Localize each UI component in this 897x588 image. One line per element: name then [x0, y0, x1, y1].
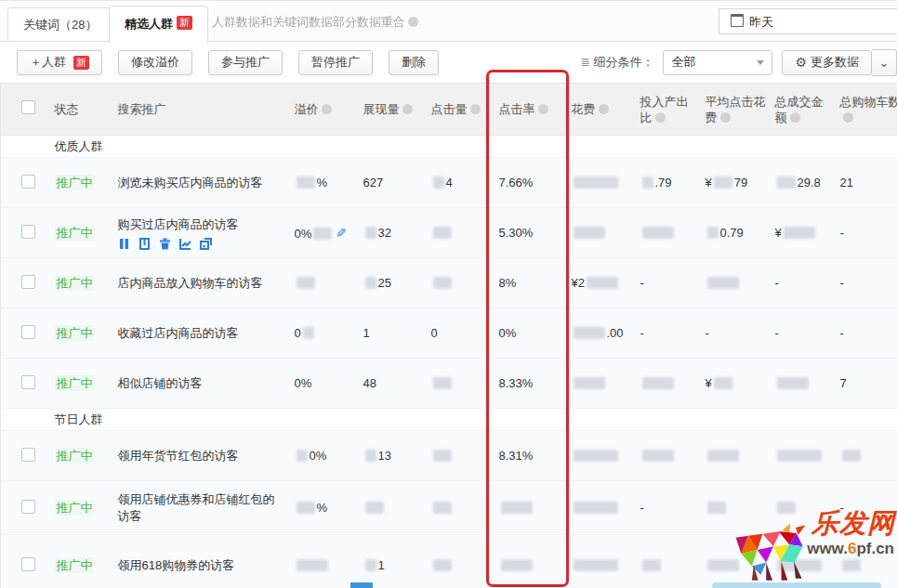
chart-icon[interactable] [179, 238, 191, 250]
cart-count-cell: - [833, 308, 897, 359]
cell-value: ¥2 [572, 276, 585, 290]
status-badge: 推广中 [55, 175, 95, 190]
row-checkbox[interactable] [21, 225, 35, 239]
filter-list-icon: ≣ [580, 56, 589, 69]
redacted-value [365, 559, 376, 571]
impressions-cell: 32 [356, 208, 424, 258]
redacted-value [574, 450, 618, 462]
date-range-button[interactable]: 昨天 [719, 8, 897, 34]
ctr-cell: 7.66% [492, 158, 564, 208]
audience-name: 领用店铺优惠券和店铺红包的访客 [118, 491, 285, 525]
row-checkbox[interactable] [21, 325, 35, 339]
select-all-checkbox[interactable] [21, 100, 35, 114]
group-label: 优质人群 [47, 136, 897, 158]
cell-value: 21 [840, 176, 853, 189]
header-avg-cost: 平均点击花费 [698, 84, 768, 136]
redacted-value [297, 450, 308, 462]
cell-value: % [317, 501, 328, 515]
cost-cell [564, 481, 633, 535]
cart-count-cell: 7 [833, 359, 897, 409]
cell-value: 7.66% [499, 176, 534, 189]
pause-promotion-button[interactable]: 暂停推广 [298, 50, 373, 75]
header-roi: 投入产出比 [633, 84, 698, 136]
redacted-value [365, 450, 376, 462]
delete-button[interactable]: 删除 [389, 50, 439, 75]
tab-keywords[interactable]: 关键词（28） [7, 7, 112, 42]
tab-selected-audience[interactable]: 精选人群新 [109, 6, 208, 44]
add-audience-button[interactable]: ＋人群新 [17, 50, 102, 75]
more-data-button[interactable]: ⚙更多数据 [782, 50, 872, 75]
filter-select[interactable]: 全部 [663, 50, 772, 75]
impressions-cell: 627 [356, 158, 424, 208]
redacted-value [714, 377, 732, 389]
cell-value: - [640, 501, 644, 515]
cell-value: - [640, 326, 644, 340]
audience-name: 浏览未购买店内商品的访客 [118, 175, 285, 191]
row-actions [118, 238, 285, 250]
audience-name: 收藏过店内商品的访客 [118, 325, 285, 342]
total-amount-cell: ¥ [768, 208, 833, 258]
redacted-value [433, 502, 452, 514]
redacted-value [297, 176, 315, 189]
impressions-cell: 48 [356, 359, 424, 409]
redacted-value [297, 559, 328, 571]
row-checkbox[interactable] [21, 448, 35, 462]
row-checkbox[interactable] [21, 175, 35, 189]
tab-bar: 关键词（28） 精选人群新 人群数据和关键词数据部分数据重合 昨天 [0, 1, 897, 42]
clicks-cell [424, 535, 492, 588]
status-badge: 推广中 [55, 325, 95, 341]
header-clicks: 点击量 [424, 84, 492, 136]
tab-audience-label: 精选人群 [125, 17, 173, 31]
table-row: 推广中相似店铺的访客0%488.33%¥7 [1, 359, 897, 409]
cell-value: 25 [378, 276, 391, 290]
cell-value: 8% [499, 276, 517, 290]
roi-cell [633, 359, 698, 409]
redacted-value [587, 277, 618, 289]
status-badge: 推广中 [55, 557, 95, 573]
redacted-value [501, 559, 533, 571]
redacted-value [365, 227, 376, 239]
row-checkbox[interactable] [21, 275, 35, 289]
join-promotion-button[interactable]: 参与推广 [208, 50, 283, 75]
clicks-cell: 4 [424, 158, 492, 208]
redacted-value [297, 277, 315, 289]
edit-premium-icon[interactable]: ✎ [336, 226, 347, 241]
redacted-value [574, 227, 605, 239]
premium-cell [287, 535, 356, 588]
row-checkbox[interactable] [21, 375, 35, 389]
row-checkbox[interactable] [21, 500, 35, 514]
pause-icon[interactable] [118, 238, 130, 250]
impressions-cell: 1 [356, 308, 424, 359]
total-amount-cell: - [768, 308, 833, 359]
cell-value: .79 [655, 176, 672, 189]
redacted-value [642, 559, 661, 571]
header-total-amount: 总成交金额 [768, 84, 833, 136]
info-icon [322, 104, 332, 114]
avg-cost-cell: ¥ [698, 359, 768, 409]
cell-value: - [775, 276, 779, 290]
row-checkbox[interactable] [21, 557, 35, 571]
info-icon [599, 104, 609, 114]
pagination-current-page[interactable] [350, 582, 373, 588]
premium-cell: 0 [287, 308, 356, 359]
trash-icon[interactable] [159, 238, 171, 250]
cell-value: 0 [431, 326, 438, 340]
cart-count-cell: - [833, 258, 897, 308]
avg-cost-cell: 0.79 [698, 208, 768, 258]
roi-cell: - [633, 258, 698, 308]
redacted-value [574, 377, 605, 389]
redacted-value [433, 377, 452, 389]
premium-cell: % [287, 158, 356, 208]
cost-cell [564, 535, 633, 588]
audience-name: 购买过店内商品的访客 [118, 216, 285, 233]
detail-icon[interactable] [139, 238, 151, 250]
collapse-toolbar-button[interactable]: ⌄ [872, 49, 897, 76]
redacted-value [642, 227, 674, 239]
cell-value: 32 [378, 226, 391, 240]
report-icon[interactable] [200, 238, 212, 250]
modify-premium-button[interactable]: 修改溢价 [118, 50, 192, 75]
cell-value: ¥ [775, 226, 782, 240]
cart-count-cell: - [833, 208, 897, 258]
redacted-value [707, 277, 739, 289]
info-icon [720, 112, 731, 123]
